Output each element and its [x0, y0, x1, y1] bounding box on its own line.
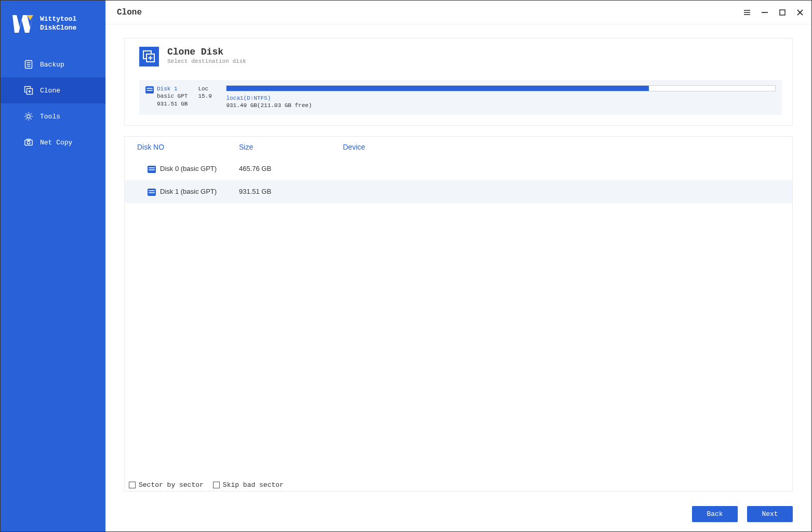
page-title: Clone: [117, 8, 142, 17]
brand-text: Wittytool DiskClone: [40, 15, 76, 33]
option-sector-by-sector[interactable]: Sector by sector: [129, 481, 204, 489]
svg-rect-19: [25, 140, 32, 145]
selected-disk-size: 931.51 GB: [157, 100, 188, 108]
disk-size: 931.51 GB: [239, 188, 343, 195]
sidebar-item-label: Backup: [40, 61, 64, 69]
window-controls: [743, 8, 804, 17]
partition-sub: 931.49 GB(211.03 GB free): [226, 102, 776, 109]
disk-list-panel: Disk NO Size Device Disk 0 (basic GPT)46…: [124, 136, 793, 491]
disk-name: Disk 1 (basic GPT): [160, 188, 217, 195]
selected-disk-meta: Disk 1 basic GPT 931.51 GB: [145, 85, 188, 108]
bottom-bar: Sector by sector Skip bad sector: [125, 478, 792, 491]
sidebar-item-label: Tools: [40, 113, 60, 121]
partition-area: loca1(D:NTFS) 931.49 GB(211.03 GB free): [226, 85, 776, 110]
document-icon: [23, 59, 34, 70]
svg-point-20: [27, 141, 30, 144]
clone-plus-icon: [139, 47, 159, 66]
loc-block: Loc 15.9: [198, 85, 216, 100]
disk-meta-text: Disk 1 basic GPT 931.51 GB: [157, 85, 188, 108]
loc-label: Loc: [198, 85, 216, 92]
sidebar-item-tools[interactable]: Tools: [1, 103, 105, 129]
partition-label: loca1(D:NTFS): [226, 95, 776, 102]
svg-line-16: [31, 118, 32, 119]
partition-usage-fill: [227, 86, 649, 91]
svg-line-15: [25, 113, 26, 114]
brand-line1: Wittytool: [40, 15, 76, 24]
content: Clone Disk Select destination disk Disk …: [105, 24, 811, 531]
svg-point-10: [27, 115, 30, 118]
clone-heading-text: Clone Disk Select destination disk: [167, 47, 246, 64]
disk-columns: Disk NO Size Device: [125, 137, 792, 157]
checkbox-icon: [213, 482, 220, 488]
menu-icon[interactable]: [743, 8, 751, 17]
column-disk-no: Disk NO: [135, 143, 239, 151]
main-area: Clone: [105, 1, 811, 531]
svg-rect-26: [780, 10, 785, 15]
sidebar-item-clone[interactable]: Clone: [1, 77, 105, 103]
close-icon[interactable]: [796, 8, 804, 17]
disk-size: 465.76 GB: [239, 165, 343, 172]
selected-disk-name: Disk 1: [157, 85, 188, 92]
column-size: Size: [239, 143, 343, 151]
disk-icon: [145, 86, 154, 94]
svg-line-18: [31, 113, 32, 114]
nav-menu: Backup Clone Tools Net Copy: [1, 51, 105, 155]
checkbox-icon: [129, 482, 136, 488]
selected-disk-type: basic GPT: [157, 92, 188, 100]
sidebar-item-label: Net Copy: [40, 139, 72, 147]
app-window: Wittytool DiskClone Backup Clone: [1, 1, 811, 531]
brand: Wittytool DiskClone: [1, 1, 105, 51]
loc-value: 15.9: [198, 92, 216, 100]
disk-name: Disk 0 (basic GPT): [160, 165, 217, 172]
minimize-icon[interactable]: [761, 8, 769, 17]
sidebar: Wittytool DiskClone Backup Clone: [1, 1, 105, 531]
column-device: Device: [343, 143, 782, 151]
app-logo-icon: [11, 12, 35, 36]
disk-rows: Disk 0 (basic GPT)465.76 GBDisk 1 (basic…: [125, 157, 792, 478]
selected-disk-row: Disk 1 basic GPT 931.51 GB Loc 15.9 lo: [139, 80, 782, 115]
brand-line2: DiskClone: [40, 24, 76, 33]
options: Sector by sector Skip bad sector: [127, 481, 284, 489]
svg-line-17: [25, 118, 26, 119]
disk-icon: [148, 189, 156, 196]
disk-icon: [148, 166, 156, 173]
table-row[interactable]: Disk 0 (basic GPT)465.76 GB: [125, 157, 792, 180]
option-label: Sector by sector: [139, 481, 204, 489]
option-label: Skip bad sector: [223, 481, 284, 489]
clone-heading: Clone Disk Select destination disk: [139, 47, 782, 66]
sidebar-item-backup[interactable]: Backup: [1, 51, 105, 77]
clone-header-panel: Clone Disk Select destination disk Disk …: [124, 38, 793, 126]
camera-icon: [23, 137, 34, 148]
back-button[interactable]: Back: [692, 506, 738, 522]
sidebar-item-net-copy[interactable]: Net Copy: [1, 129, 105, 155]
table-row[interactable]: Disk 1 (basic GPT)931.51 GB: [125, 180, 792, 203]
clone-subtitle: Select destination disk: [167, 58, 246, 64]
gear-icon: [23, 111, 34, 122]
clone-plus-icon: [23, 85, 34, 96]
buttons-row: Back Next: [124, 502, 793, 522]
next-button[interactable]: Next: [747, 506, 793, 522]
clone-title: Clone Disk: [167, 47, 246, 57]
partition-usage-bar: [226, 85, 776, 91]
option-skip-bad-sector[interactable]: Skip bad sector: [213, 481, 284, 489]
maximize-icon[interactable]: [778, 8, 787, 17]
sidebar-item-label: Clone: [40, 87, 60, 95]
titlebar: Clone: [105, 1, 811, 24]
